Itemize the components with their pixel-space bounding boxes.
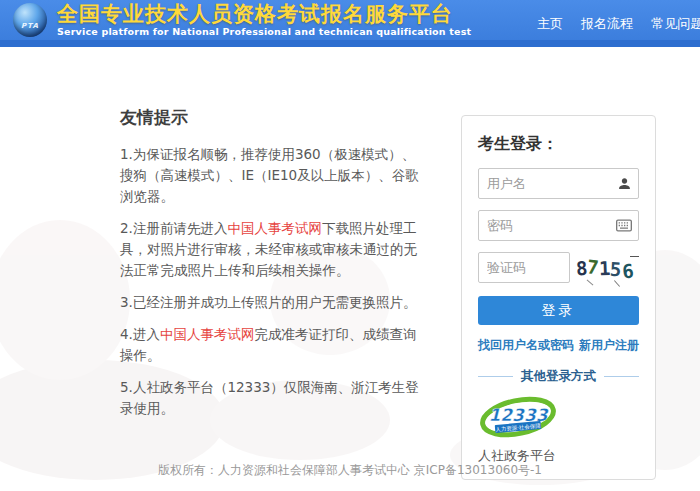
other-login-label: 其他登录方式: [521, 368, 596, 385]
password-field-wrap: [478, 210, 639, 241]
captcha-row: 87156: [478, 252, 639, 283]
keyboard-icon: [616, 218, 632, 234]
username-field-wrap: [478, 168, 639, 199]
other-login-divider: 其他登录方式: [478, 368, 639, 385]
nav-faq[interactable]: 常见问题: [651, 16, 700, 31]
captcha-field-wrap: [478, 252, 570, 283]
site-logo: PTA: [13, 3, 47, 37]
site-logo-text: PTA: [13, 22, 47, 30]
tip-text: 1.为保证报名顺畅，推荐使用360（极速模式）、搜狗（高速模式）、IE（IE10…: [120, 146, 419, 204]
tip-item-1: 1.为保证报名顺畅，推荐使用360（极速模式）、搜狗（高速模式）、IE（IE10…: [120, 144, 422, 207]
tip-text: 5.人社政务平台（12333）仅限海南、浙江考生登录使用。: [120, 379, 419, 416]
tip-text: 3.已经注册并成功上传照片的用户无需更换照片。: [120, 294, 416, 310]
nav-registration-process[interactable]: 报名流程: [581, 16, 633, 31]
login-panel: 考生登录： 87156: [461, 115, 656, 480]
user-icon: [616, 176, 632, 192]
header-titles: 全国专业技术人员资格考试报名服务平台 Service platform for …: [57, 2, 471, 38]
site-subtitle: Service platform for National Profession…: [57, 26, 471, 38]
nav-home[interactable]: 主页: [537, 16, 563, 31]
footer: 版权所有：人力资源和社会保障部人事考试中心 京ICP备13013060号-1: [0, 462, 700, 479]
gov-12333-logo[interactable]: 12333 人力资源·社会保障: [478, 395, 639, 446]
divider-line: [604, 376, 639, 377]
tip-item-4: 4.进入中国人事考试网完成准考证打印、成绩查询操作。: [120, 324, 422, 366]
alt-login-section: 12333 人力资源·社会保障 人社政务平台: [478, 393, 639, 465]
username-input[interactable]: [478, 168, 639, 199]
login-links-row: 找回用户名或密码 新用户注册: [478, 337, 639, 354]
divider-line: [478, 376, 513, 377]
cpta-site-link[interactable]: 中国人事考试网: [227, 220, 322, 236]
header-strip: [0, 40, 700, 47]
tip-text: 2.注册前请先进入: [120, 220, 227, 236]
tip-text: 4.进入: [120, 326, 160, 342]
forgot-credentials-link[interactable]: 找回用户名或密码: [478, 337, 574, 354]
tips-section: 友情提示 1.为保证报名顺畅，推荐使用360（极速模式）、搜狗（高速模式）、IE…: [120, 106, 422, 430]
password-input[interactable]: [478, 210, 639, 241]
site-title: 全国专业技术人员资格考试报名服务平台: [57, 2, 471, 26]
register-link[interactable]: 新用户注册: [579, 337, 639, 354]
page-root: PTA 全国专业技术人员资格考试报名服务平台 Service platform …: [0, 0, 700, 491]
header: PTA 全国专业技术人员资格考试报名服务平台 Service platform …: [0, 0, 700, 40]
captcha-noise: [614, 280, 620, 287]
captcha-digit: 6: [621, 259, 635, 282]
tip-item-2: 2.注册前请先进入中国人事考试网下载照片处理工具，对照片进行审核，未经审核或审核…: [120, 218, 422, 281]
login-title: 考生登录：: [478, 134, 639, 155]
login-button[interactable]: 登录: [478, 296, 639, 325]
top-nav: 主页 报名流程 常见问题 咨询电话: [537, 13, 700, 33]
tips-title: 友情提示: [120, 106, 422, 129]
tip-item-3: 3.已经注册并成功上传照片的用户无需更换照片。: [120, 292, 422, 313]
copyright-text: 版权所有：人力资源和社会保障部人事考试中心 京ICP备13013060号-1: [158, 463, 542, 477]
captcha-input[interactable]: [478, 252, 570, 283]
captcha-image[interactable]: 87156: [570, 257, 639, 279]
cpta-site-link[interactable]: 中国人事考试网: [160, 326, 255, 342]
tip-item-5: 5.人社政务平台（12333）仅限海南、浙江考生登录使用。: [120, 377, 422, 419]
